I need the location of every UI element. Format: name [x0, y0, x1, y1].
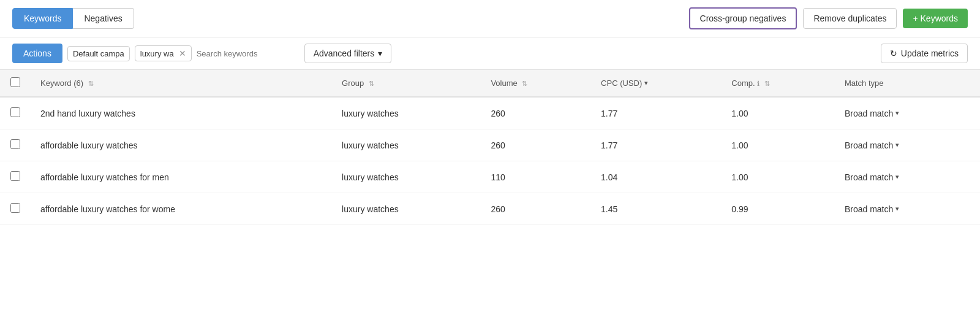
row-match-type-3[interactable]: Broad match ▾: [835, 193, 980, 225]
keyword-sort-icon: ⇅: [88, 80, 94, 88]
match-type-value-2: Broad match: [845, 172, 893, 182]
volume-sort-icon: ⇅: [522, 80, 527, 88]
campaign-filter-tag[interactable]: Default campa: [67, 46, 130, 61]
row-checkbox-cell: [0, 129, 31, 161]
header-keyword-label: Keyword (6): [40, 79, 83, 88]
tab-negatives[interactable]: Negatives: [73, 8, 134, 29]
row-keyword-2: affordable luxury watches for men: [31, 161, 332, 193]
group-filter-close-icon[interactable]: ✕: [179, 48, 186, 58]
row-volume-1: 260: [481, 129, 591, 161]
group-filter-tag[interactable]: luxury wa ✕: [135, 45, 192, 61]
campaign-filter-value: Default campa: [73, 49, 124, 58]
info-icon: ℹ: [757, 80, 760, 87]
match-type-dropdown-icon-2[interactable]: ▾: [895, 173, 899, 181]
tab-keywords[interactable]: Keywords: [12, 8, 73, 29]
header-match-type: Match type: [835, 70, 980, 97]
advanced-filters-button[interactable]: Advanced filters ▾: [304, 44, 392, 63]
cpc-sort-down-icon: ▾: [644, 79, 648, 87]
row-match-type-0[interactable]: Broad match ▾: [835, 97, 980, 129]
row-checkbox-2[interactable]: [10, 171, 20, 181]
row-volume-2: 110: [481, 161, 591, 193]
toolbar-right: ↻ Update metrics: [881, 44, 968, 63]
row-cpc-2: 1.04: [591, 161, 722, 193]
row-match-type-1[interactable]: Broad match ▾: [835, 129, 980, 161]
row-keyword-0: 2nd hand luxury watches: [31, 97, 332, 129]
top-bar: Keywords Negatives Cross-group negatives…: [0, 0, 980, 37]
row-comp-3: 0.99: [722, 193, 835, 225]
update-metrics-label: Update metrics: [901, 48, 959, 58]
add-keywords-button[interactable]: + Keywords: [903, 9, 968, 28]
header-comp[interactable]: Comp. ℹ ⇅: [722, 70, 835, 97]
row-volume-0: 260: [481, 97, 591, 129]
toolbar-left: Actions Default campa luxury wa ✕ Advanc…: [12, 44, 391, 63]
header-group-label: Group: [342, 79, 364, 88]
tab-group: Keywords Negatives: [12, 8, 134, 29]
advanced-filters-label: Advanced filters: [314, 48, 375, 58]
header-cpc[interactable]: CPC (USD) ▾: [591, 70, 722, 97]
search-input[interactable]: [197, 49, 300, 58]
row-cpc-3: 1.45: [591, 193, 722, 225]
row-comp-2: 1.00: [722, 161, 835, 193]
match-type-dropdown-icon-3[interactable]: ▾: [895, 205, 899, 213]
row-keyword-1: affordable luxury watches: [31, 129, 332, 161]
row-checkbox-cell: [0, 161, 31, 193]
group-sort-icon: ⇅: [369, 80, 374, 88]
match-type-dropdown-icon-0[interactable]: ▾: [895, 109, 899, 117]
match-type-value-1: Broad match: [845, 140, 893, 150]
top-actions: Cross-group negatives Remove duplicates …: [689, 7, 968, 29]
row-cpc-0: 1.77: [591, 97, 722, 129]
row-group-1: luxury watches: [332, 129, 481, 161]
header-keyword[interactable]: Keyword (6) ⇅: [31, 70, 332, 97]
row-checkbox-0[interactable]: [10, 107, 20, 117]
comp-sort-icon: ⇅: [764, 80, 770, 88]
row-group-3: luxury watches: [332, 193, 481, 225]
toolbar: Actions Default campa luxury wa ✕ Advanc…: [0, 37, 980, 70]
row-checkbox-3[interactable]: [10, 203, 20, 213]
keywords-table: Keyword (6) ⇅ Group ⇅ Volume ⇅ CPC (USD)…: [0, 70, 980, 225]
group-filter-value: luxury wa: [140, 49, 174, 58]
row-group-0: luxury watches: [332, 97, 481, 129]
match-type-value-3: Broad match: [845, 204, 893, 214]
row-volume-3: 260: [481, 193, 591, 225]
update-metrics-button[interactable]: ↻ Update metrics: [881, 44, 968, 63]
table-header-row: Keyword (6) ⇅ Group ⇅ Volume ⇅ CPC (USD)…: [0, 70, 980, 97]
table-row: affordable luxury watches for men luxury…: [0, 161, 980, 193]
row-checkbox-cell: [0, 193, 31, 225]
refresh-icon: ↻: [890, 48, 897, 58]
match-type-dropdown-icon-1[interactable]: ▾: [895, 141, 899, 149]
row-group-2: luxury watches: [332, 161, 481, 193]
cross-group-negatives-button[interactable]: Cross-group negatives: [689, 7, 797, 29]
select-all-checkbox[interactable]: [10, 77, 20, 87]
row-keyword-3: affordable luxury watches for wome: [31, 193, 332, 225]
header-match-type-label: Match type: [845, 79, 884, 88]
header-volume[interactable]: Volume ⇅: [481, 70, 591, 97]
row-cpc-1: 1.77: [591, 129, 722, 161]
header-checkbox-cell: [0, 70, 31, 97]
actions-button[interactable]: Actions: [12, 44, 62, 63]
table-row: 2nd hand luxury watches luxury watches 2…: [0, 97, 980, 129]
row-checkbox-1[interactable]: [10, 139, 20, 149]
header-volume-label: Volume: [491, 79, 517, 88]
header-cpc-label: CPC (USD): [601, 79, 642, 88]
row-checkbox-cell: [0, 97, 31, 129]
remove-duplicates-button[interactable]: Remove duplicates: [803, 8, 897, 29]
table-row: affordable luxury watches for wome luxur…: [0, 193, 980, 225]
header-group[interactable]: Group ⇅: [332, 70, 481, 97]
table-row: affordable luxury watches luxury watches…: [0, 129, 980, 161]
match-type-value-0: Broad match: [845, 109, 893, 118]
chevron-down-icon: ▾: [378, 48, 382, 58]
header-comp-label: Comp.: [731, 79, 755, 88]
row-comp-1: 1.00: [722, 129, 835, 161]
row-match-type-2[interactable]: Broad match ▾: [835, 161, 980, 193]
row-comp-0: 1.00: [722, 97, 835, 129]
